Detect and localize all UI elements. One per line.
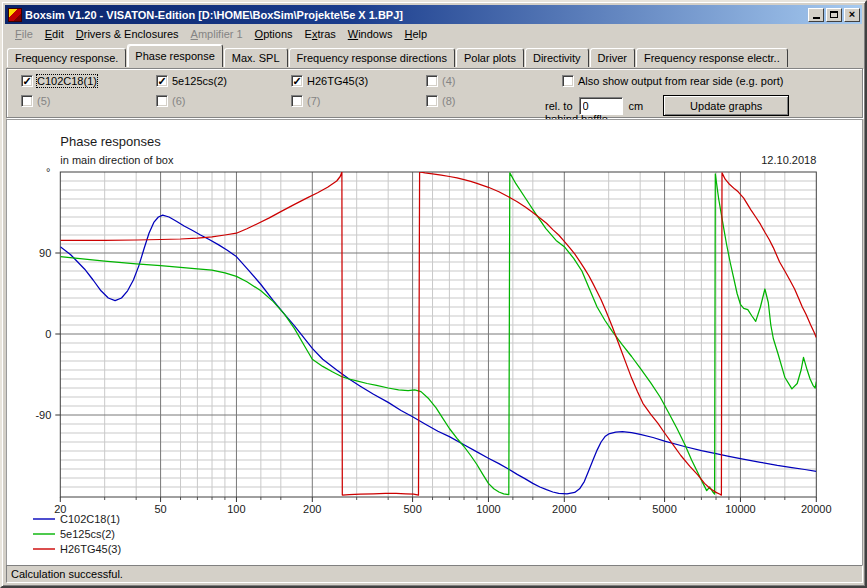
menu-bar: FileEditDrivers & EnclosuresAmplifier 1O… bbox=[5, 25, 862, 43]
chart-date: 12.10.2018 bbox=[761, 154, 816, 166]
tab-frequency-response-[interactable]: Frequency response. bbox=[7, 48, 126, 67]
driver-checkbox-box-8 bbox=[426, 95, 438, 107]
menu-item-extras[interactable]: Extras bbox=[299, 26, 342, 42]
driver-checkbox-box-4 bbox=[426, 75, 438, 87]
legend-label-C102C18(1): C102C18(1) bbox=[60, 513, 120, 525]
status-bar: Calculation successful. bbox=[6, 565, 863, 583]
chart-title: Phase responses bbox=[60, 134, 161, 149]
menu-item-amplifier-1: Amplifier 1 bbox=[185, 26, 249, 42]
driver-checkbox-7: (7) bbox=[291, 95, 320, 107]
driver-checkbox-box-5 bbox=[21, 95, 33, 107]
driver-checkbox-6: (6) bbox=[156, 95, 185, 107]
tab-bar: Frequency response.Phase responseMax. SP… bbox=[5, 44, 862, 67]
menu-item-edit[interactable]: Edit bbox=[39, 26, 70, 42]
menu-item-drivers-enclosures[interactable]: Drivers & Enclosures bbox=[70, 26, 185, 42]
maximize-icon bbox=[830, 11, 838, 18]
phase-response-chart: Phase responsesin main direction of box1… bbox=[7, 120, 862, 565]
tab-driver[interactable]: Driver bbox=[590, 48, 635, 67]
tab-frequency-response-electr-[interactable]: Frequency response electr.. bbox=[636, 48, 788, 67]
unit-label: cm bbox=[629, 100, 644, 112]
driver-checkbox-5: (5) bbox=[21, 95, 50, 107]
legend-label-H26TG45(3): H26TG45(3) bbox=[60, 543, 121, 555]
driver-checkbox-box-2[interactable]: ✓ bbox=[156, 75, 168, 87]
driver-checkbox-box-1[interactable]: ✓ bbox=[21, 75, 33, 87]
driver-checkbox-box-6 bbox=[156, 95, 168, 107]
y-tick-label: -90 bbox=[35, 409, 51, 421]
status-text: Calculation successful. bbox=[11, 568, 123, 580]
y-axis-unit-label: ° bbox=[46, 166, 50, 178]
rear-side-checkbox-box[interactable] bbox=[562, 75, 574, 87]
minimize-icon bbox=[813, 17, 820, 19]
y-tick-label: 0 bbox=[45, 328, 51, 340]
driver-checkbox-label-3: H26TG45(3) bbox=[307, 75, 368, 87]
chart-area: Phase responsesin main direction of box1… bbox=[6, 119, 863, 566]
driver-checkbox-label-5: (5) bbox=[37, 95, 50, 107]
chart-subtitle: in main direction of box bbox=[60, 154, 174, 166]
app-window: Boxsim V1.20 - VISATON-Edition [D:\HOME\… bbox=[0, 0, 867, 588]
menu-item-file: File bbox=[9, 26, 39, 42]
x-tick-label: 1000 bbox=[476, 503, 500, 515]
x-tick-label: 100 bbox=[227, 503, 245, 515]
tab-directivity[interactable]: Directivity bbox=[525, 48, 589, 67]
close-button[interactable]: × bbox=[844, 8, 860, 22]
driver-checkbox-label-7: (7) bbox=[307, 95, 320, 107]
driver-checkbox-8: (8) bbox=[426, 95, 455, 107]
rear-side-checkbox[interactable]: Also show output from rear side (e.g. po… bbox=[562, 75, 783, 87]
driver-checkbox-2[interactable]: ✓5e125cs(2) bbox=[156, 75, 227, 87]
legend-label-5e125cs(2): 5e125cs(2) bbox=[60, 528, 115, 540]
x-tick-label: 500 bbox=[403, 503, 421, 515]
grid-lines: 900-902050100200500100020005000100002000… bbox=[35, 172, 831, 515]
x-tick-label: 5000 bbox=[652, 503, 676, 515]
driver-checkbox-1[interactable]: ✓C102C18(1) bbox=[21, 75, 97, 87]
x-tick-label: 2000 bbox=[552, 503, 576, 515]
app-icon bbox=[8, 8, 22, 22]
tab-max-spl[interactable]: Max. SPL bbox=[224, 48, 288, 67]
x-tick-label: 50 bbox=[154, 503, 166, 515]
driver-selection-panel: Also show output from rear side (e.g. po… bbox=[6, 68, 863, 118]
tab-frequency-response-directions[interactable]: Frequency response directions bbox=[289, 48, 455, 67]
x-tick-label: 200 bbox=[303, 503, 321, 515]
tab-polar-plots[interactable]: Polar plots bbox=[456, 48, 524, 67]
menu-item-windows[interactable]: Windows bbox=[342, 26, 399, 42]
title-bar[interactable]: Boxsim V1.20 - VISATON-Edition [D:\HOME\… bbox=[5, 5, 862, 24]
tab-phase-response[interactable]: Phase response bbox=[127, 44, 223, 67]
x-tick-label: 20000 bbox=[801, 503, 832, 515]
distance-input[interactable] bbox=[579, 97, 623, 115]
y-tick-label: 90 bbox=[39, 247, 51, 259]
driver-checkbox-label-8: (8) bbox=[442, 95, 455, 107]
maximize-button[interactable] bbox=[826, 8, 842, 22]
update-graphs-button[interactable]: Update graphs bbox=[663, 95, 789, 116]
x-tick-label: 10000 bbox=[725, 503, 756, 515]
window-title: Boxsim V1.20 - VISATON-Edition [D:\HOME\… bbox=[25, 9, 808, 21]
menu-item-options[interactable]: Options bbox=[249, 26, 299, 42]
driver-checkbox-4: (4) bbox=[426, 75, 455, 87]
driver-checkbox-label-4: (4) bbox=[442, 75, 455, 87]
driver-checkbox-box-7 bbox=[291, 95, 303, 107]
minimize-button[interactable] bbox=[808, 8, 824, 22]
driver-checkbox-box-3[interactable]: ✓ bbox=[291, 75, 303, 87]
driver-checkbox-label-2: 5e125cs(2) bbox=[172, 75, 227, 87]
curve-C102C18(1) bbox=[60, 215, 816, 494]
driver-checkbox-label-6: (6) bbox=[172, 95, 185, 107]
driver-checkbox-3[interactable]: ✓H26TG45(3) bbox=[291, 75, 368, 87]
driver-checkbox-label-1: C102C18(1) bbox=[37, 75, 97, 87]
rear-side-checkbox-label: Also show output from rear side (e.g. po… bbox=[578, 75, 783, 87]
legend: C102C18(1)5e125cs(2)H26TG45(3) bbox=[33, 513, 121, 555]
rel-to-label: rel. to bbox=[545, 100, 573, 112]
window-buttons: × bbox=[808, 8, 860, 22]
menu-item-help[interactable]: Help bbox=[398, 26, 433, 42]
